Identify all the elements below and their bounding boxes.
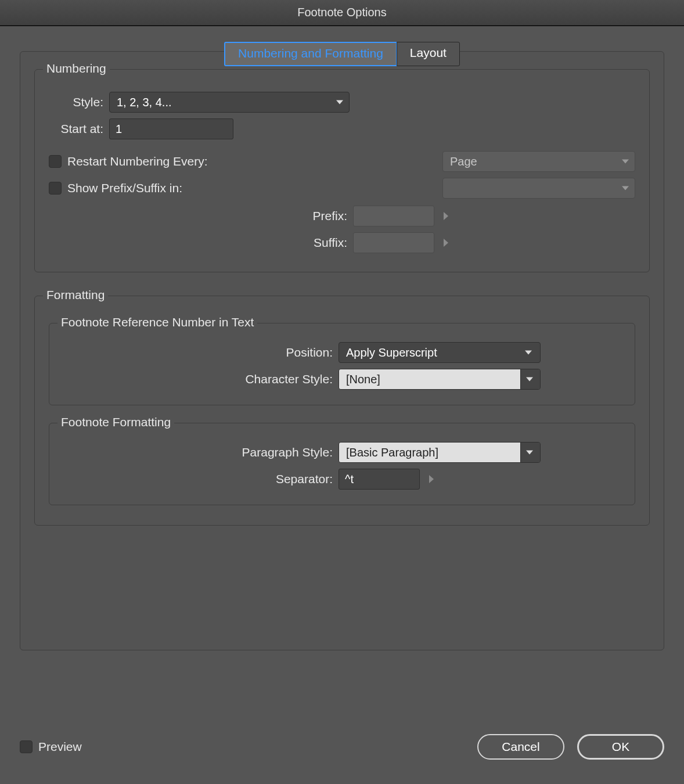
start-at-input[interactable]: 1 — [109, 118, 233, 139]
paragraph-style-label: Paragraph Style: — [61, 445, 339, 459]
suffix-menu-icon[interactable] — [444, 239, 448, 247]
separator-label: Separator: — [61, 472, 339, 486]
show-prefix-suffix-select[interactable] — [442, 178, 635, 199]
options-panel: Numbering Style: 1, 2, 3, 4... Start at:… — [20, 51, 664, 650]
position-label: Position: — [61, 346, 339, 359]
style-label: Style: — [49, 95, 109, 109]
ok-button[interactable]: OK — [577, 734, 664, 760]
style-select[interactable]: 1, 2, 3, 4... — [109, 92, 350, 113]
chevron-down-icon — [526, 451, 533, 455]
footnote-formatting-legend: Footnote Formatting — [57, 415, 174, 429]
preview-checkbox[interactable] — [20, 740, 33, 753]
start-at-label: Start at: — [49, 122, 109, 136]
formatting-group: Formatting Footnote Reference Number in … — [34, 296, 650, 526]
paragraph-style-value: [Basic Paragraph] — [339, 443, 520, 462]
suffix-label: Suffix: — [49, 236, 353, 250]
restart-numbering-label: Restart Numbering Every: — [67, 154, 208, 168]
chevron-down-icon — [622, 186, 629, 190]
character-style-value: [None] — [339, 369, 520, 389]
suffix-input[interactable] — [353, 232, 434, 253]
separator-input[interactable]: ^t — [339, 469, 420, 490]
start-at-value: 1 — [116, 123, 122, 136]
prefix-label: Prefix: — [49, 209, 353, 223]
preview-label: Preview — [38, 740, 82, 754]
chevron-down-icon — [336, 100, 343, 105]
prefix-menu-icon[interactable] — [444, 212, 448, 220]
paragraph-style-select[interactable]: [Basic Paragraph] — [339, 442, 541, 463]
show-prefix-suffix-label: Show Prefix/Suffix in: — [67, 181, 182, 195]
separator-menu-icon[interactable] — [429, 475, 434, 483]
character-style-select[interactable]: [None] — [339, 369, 541, 390]
style-value: 1, 2, 3, 4... — [117, 96, 172, 109]
tab-layout[interactable]: Layout — [397, 42, 460, 66]
dialog-footer: Preview Cancel OK — [20, 734, 664, 760]
restart-numbering-select[interactable]: Page — [442, 151, 635, 172]
reference-number-legend: Footnote Reference Number in Text — [57, 315, 257, 329]
tab-numbering-formatting[interactable]: Numbering and Formatting — [224, 42, 397, 66]
tab-bar: Numbering and Formatting Layout — [0, 42, 684, 66]
dialog-title: Footnote Options — [0, 0, 684, 26]
numbering-group: Numbering Style: 1, 2, 3, 4... Start at:… — [34, 69, 650, 272]
separator-value: ^t — [345, 473, 354, 486]
cancel-button[interactable]: Cancel — [477, 734, 564, 760]
chevron-down-icon — [525, 351, 532, 355]
prefix-input[interactable] — [353, 206, 434, 226]
restart-numbering-value: Page — [450, 155, 477, 168]
restart-numbering-checkbox[interactable] — [49, 155, 62, 168]
character-style-label: Character Style: — [61, 372, 339, 386]
position-value: Apply Superscript — [339, 346, 540, 359]
footnote-formatting-group: Footnote Formatting Paragraph Style: [Ba… — [49, 423, 635, 505]
chevron-down-icon — [622, 160, 629, 164]
position-select[interactable]: Apply Superscript — [339, 342, 541, 363]
formatting-legend: Formatting — [43, 288, 108, 302]
show-prefix-suffix-checkbox[interactable] — [49, 182, 62, 195]
reference-number-group: Footnote Reference Number in Text Positi… — [49, 323, 635, 405]
chevron-down-icon — [526, 377, 533, 382]
